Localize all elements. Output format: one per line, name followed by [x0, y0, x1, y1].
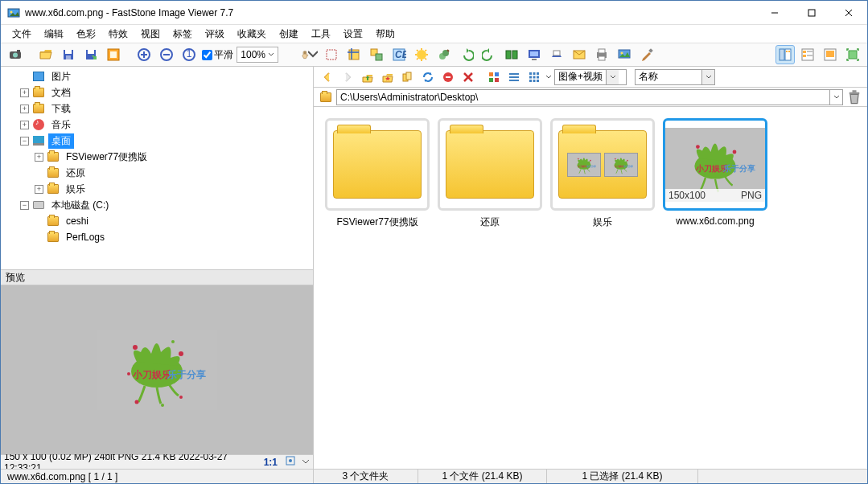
preview-tool-icon[interactable]	[286, 456, 295, 468]
thumb-item[interactable]: 小刀娱乐乐于分享150x100PNGwww.x6d.com.png	[663, 118, 767, 229]
clone-icon[interactable]	[434, 45, 454, 64]
close-button[interactable]	[830, 1, 867, 25]
thumb-item[interactable]: 还原	[438, 118, 542, 229]
menu-创建[interactable]: 创建	[273, 26, 305, 43]
view-thumbs-icon[interactable]	[485, 68, 503, 86]
expander-icon[interactable]: +	[35, 153, 43, 162]
tree-node[interactable]: +文档	[1, 84, 313, 100]
scan-icon[interactable]	[547, 45, 566, 64]
tree-node[interactable]: 图片	[1, 68, 313, 84]
canvas-icon[interactable]: CB	[389, 45, 409, 64]
adjust-icon[interactable]	[412, 45, 431, 64]
thumbnail-area[interactable]: FSViewer77便携版还原小刀娱乐乐于分享小刀娱乐乐于分享娱乐小刀娱乐乐于分…	[314, 107, 867, 469]
wallpaper-icon[interactable]	[615, 45, 634, 64]
tree-node[interactable]: 还原	[1, 165, 313, 181]
view-thumb-icon[interactable]	[775, 45, 795, 64]
acquire-icon[interactable]	[6, 45, 25, 64]
chevron-down-icon[interactable]	[829, 90, 842, 105]
expander-icon[interactable]: +	[20, 121, 29, 129]
zoom-in-icon[interactable]	[134, 45, 154, 64]
menu-评级[interactable]: 评级	[199, 26, 231, 43]
save-icon[interactable]	[59, 45, 78, 64]
menu-色彩[interactable]: 色彩	[70, 26, 102, 43]
history-icon[interactable]	[399, 68, 417, 86]
refresh-icon[interactable]	[419, 68, 437, 86]
rotate-right-icon[interactable]	[479, 45, 499, 64]
tree-node[interactable]: PerfLogs	[1, 229, 313, 245]
slideshow-icon[interactable]	[525, 45, 544, 64]
menu-视图[interactable]: 视图	[134, 26, 167, 43]
stop-icon[interactable]	[439, 68, 457, 86]
menu-特效[interactable]: 特效	[102, 26, 134, 43]
view-single-icon[interactable]	[821, 45, 840, 64]
view-grid-icon[interactable]	[525, 68, 543, 86]
menu-文件[interactable]: 文件	[6, 26, 38, 43]
menu-帮助[interactable]: 帮助	[369, 26, 401, 43]
folder-tree[interactable]: 图片+文档+下载+音乐−桌面+FSViewer77便携版还原+娱乐−本地磁盘 (…	[1, 67, 313, 269]
thumb-frame: 小刀娱乐乐于分享150x100PNG	[663, 118, 767, 211]
view-details-icon[interactable]	[505, 68, 523, 86]
svg-rect-82	[446, 76, 450, 78]
path-combo[interactable]: C:\Users\Administrator\Desktop\	[336, 89, 843, 105]
menu-工具[interactable]: 工具	[305, 26, 337, 43]
path-folder-icon[interactable]	[319, 90, 333, 105]
filter-combo[interactable]: 图像+视频	[554, 69, 627, 85]
view-list-icon[interactable]	[798, 45, 817, 64]
tree-node[interactable]: +音乐	[1, 117, 313, 133]
svg-rect-24	[349, 50, 359, 59]
favorites-icon[interactable]	[379, 68, 397, 86]
thumb-item[interactable]: FSViewer77便携版	[325, 118, 430, 229]
expander-icon[interactable]: +	[20, 105, 29, 113]
rotate-left-icon[interactable]	[457, 45, 476, 64]
zoom-out-icon[interactable]	[157, 45, 176, 64]
menu-设置[interactable]: 设置	[337, 26, 369, 43]
preview-pane[interactable]: 小刀娱乐 乐于分享	[1, 285, 313, 454]
saveas-icon[interactable]	[81, 45, 101, 64]
tree-node[interactable]: +娱乐	[1, 181, 313, 197]
smooth-toggle[interactable]: 平滑	[202, 48, 233, 62]
open-icon[interactable]	[36, 45, 56, 64]
compare-icon[interactable]	[502, 45, 521, 64]
hand-icon[interactable]	[299, 45, 319, 64]
svg-rect-15	[110, 51, 117, 58]
crop-icon[interactable]	[344, 45, 364, 64]
fullscreen-icon[interactable]	[104, 45, 123, 64]
tree-node[interactable]: −桌面	[1, 133, 313, 149]
nav-toolbar: 图像+视频 名称	[314, 67, 867, 88]
back-icon[interactable]	[319, 68, 336, 86]
smooth-checkbox[interactable]	[202, 50, 212, 60]
print-icon[interactable]	[592, 45, 611, 64]
expander-icon[interactable]: +	[20, 88, 29, 97]
select-icon[interactable]	[322, 45, 341, 64]
thumb-item[interactable]: 小刀娱乐乐于分享小刀娱乐乐于分享娱乐	[550, 118, 655, 229]
preview-menu-icon[interactable]	[302, 457, 310, 468]
expander-icon[interactable]: +	[35, 185, 43, 194]
trash-icon[interactable]	[846, 89, 862, 105]
settings-icon[interactable]	[637, 45, 656, 64]
tree-node[interactable]: +下载	[1, 100, 313, 117]
zoom-actual-icon[interactable]: 1	[179, 45, 199, 64]
menu-编辑[interactable]: 编辑	[38, 26, 70, 43]
maximize-button[interactable]	[793, 1, 830, 25]
menu-标签[interactable]: 标签	[167, 26, 199, 43]
svg-rect-93	[533, 72, 536, 75]
titlebar: www.x6d.com.png - FastStone Image Viewer…	[1, 1, 867, 25]
minimize-button[interactable]	[756, 1, 793, 25]
menu-收藏夹[interactable]: 收藏夹	[231, 26, 273, 43]
tree-node[interactable]: ceshi	[1, 213, 313, 229]
delete-icon[interactable]	[459, 68, 477, 86]
expander-icon[interactable]: −	[20, 137, 29, 146]
email-icon[interactable]	[570, 45, 589, 64]
zoom-combo[interactable]: 100%	[237, 47, 278, 63]
svg-line-37	[426, 50, 427, 51]
preview-ratio[interactable]: 1:1	[264, 457, 278, 468]
resize-icon[interactable]	[367, 45, 386, 64]
view-full-icon[interactable]	[843, 45, 862, 64]
tree-node[interactable]: +FSViewer77便携版	[1, 149, 313, 165]
forward-icon[interactable]	[339, 68, 356, 86]
up-icon[interactable]	[359, 68, 376, 86]
sort-combo[interactable]: 名称	[635, 69, 715, 85]
view-dropdown-icon[interactable]	[545, 72, 552, 83]
tree-node[interactable]: −本地磁盘 (C:)	[1, 197, 313, 213]
expander-icon[interactable]: −	[20, 201, 29, 210]
